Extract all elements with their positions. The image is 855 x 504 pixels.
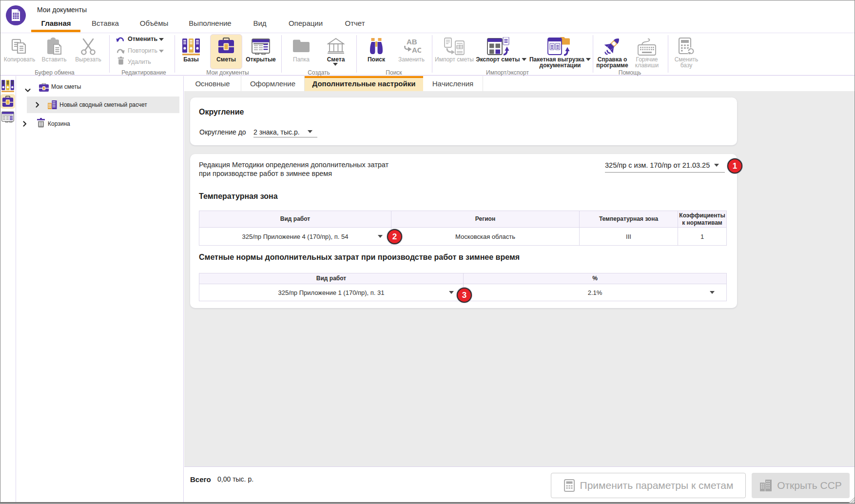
svg-text:AB: AB [407,38,417,46]
svg-text:AC: AC [412,46,421,54]
